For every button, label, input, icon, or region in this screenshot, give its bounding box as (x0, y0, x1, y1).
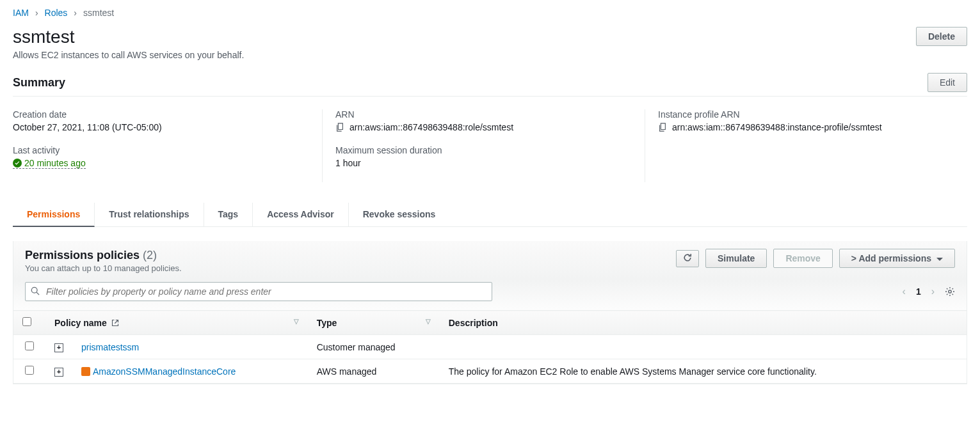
policy-filter-input[interactable] (25, 282, 492, 301)
arn-value: arn:aws:iam::867498639488:role/ssmtest (349, 122, 513, 132)
page-prev[interactable]: ‹ (903, 286, 906, 297)
policy-type: Customer managed (308, 335, 440, 359)
copy-icon[interactable] (658, 123, 667, 132)
edit-button[interactable]: Edit (928, 73, 967, 92)
arn-label: ARN (335, 109, 619, 120)
creation-date-label: Creation date (13, 109, 296, 120)
external-link-icon (111, 319, 119, 327)
breadcrumb-current: ssmtest (83, 8, 114, 18)
instance-profile-label: Instance profile ARN (658, 109, 942, 120)
table-row: + prismatestssm Customer managed (13, 335, 967, 359)
tabs: Permissions Trust relationships Tags Acc… (13, 203, 967, 227)
col-description[interactable]: Description (440, 311, 967, 335)
refresh-icon (683, 253, 692, 262)
last-activity-label: Last activity (13, 145, 296, 155)
tab-tags[interactable]: Tags (204, 203, 253, 226)
row-checkbox[interactable] (25, 366, 34, 375)
caret-down-icon (936, 258, 943, 261)
summary-heading: Summary (13, 76, 65, 90)
settings-icon[interactable] (945, 286, 955, 297)
sort-icon: ▽ (294, 318, 299, 325)
policies-subtitle: You can attach up to 10 managed policies… (25, 263, 182, 273)
policy-link[interactable]: prismatestssm (81, 342, 139, 352)
policy-type: AWS managed (308, 359, 440, 384)
refresh-button[interactable] (676, 250, 699, 267)
policy-link[interactable]: AmazonSSMManagedInstanceCore (93, 366, 236, 377)
svg-line-2 (36, 292, 39, 295)
expand-button[interactable]: + (54, 343, 63, 352)
breadcrumb-roles[interactable]: Roles (45, 8, 68, 18)
table-row: + AmazonSSMManagedInstanceCore AWS manag… (13, 359, 967, 384)
aws-policy-icon (81, 367, 90, 376)
add-permissions-button[interactable]: > Add permissions (839, 249, 955, 268)
page-title: ssmtest (13, 27, 74, 47)
copy-icon[interactable] (335, 123, 344, 132)
page-number: 1 (916, 286, 921, 297)
search-icon (31, 286, 40, 295)
max-session-value: 1 hour (335, 158, 619, 168)
col-policy-name[interactable]: Policy name ▽ (45, 311, 308, 335)
breadcrumb-iam[interactable]: IAM (13, 8, 29, 18)
role-description: Allows EC2 instances to call AWS service… (13, 50, 967, 60)
policy-desc: The policy for Amazon EC2 Role to enable… (440, 359, 967, 384)
breadcrumb: IAM › Roles › ssmtest (13, 8, 967, 18)
remove-button[interactable]: Remove (773, 249, 832, 268)
svg-point-3 (949, 290, 951, 293)
col-type[interactable]: Type▽ (308, 311, 440, 335)
max-session-label: Maximum session duration (335, 145, 619, 155)
instance-profile-value: arn:aws:iam::867498639488:instance-profi… (672, 122, 882, 132)
permissions-policies-panel: Permissions policies (2) You can attach … (13, 241, 967, 384)
last-activity-value: 20 minutes ago (13, 158, 86, 169)
tab-access-advisor[interactable]: Access Advisor (253, 203, 349, 226)
expand-button[interactable]: + (54, 368, 63, 377)
page-next[interactable]: › (931, 286, 935, 297)
policy-desc (440, 335, 967, 359)
tab-revoke-sessions[interactable]: Revoke sessions (349, 203, 450, 226)
simulate-button[interactable]: Simulate (705, 249, 767, 268)
chevron-right-icon: › (74, 8, 77, 18)
sort-icon: ▽ (426, 318, 431, 325)
policies-title: Permissions policies (2) (25, 249, 182, 262)
policies-table: Policy name ▽ Type▽ Description + prisma… (13, 310, 967, 384)
select-all-checkbox[interactable] (22, 317, 31, 326)
chevron-right-icon: › (35, 8, 38, 18)
svg-point-1 (31, 287, 37, 293)
tab-trust-relationships[interactable]: Trust relationships (95, 203, 204, 226)
creation-date-value: October 27, 2021, 11:08 (UTC-05:00) (13, 122, 296, 132)
tab-permissions[interactable]: Permissions (13, 203, 95, 227)
summary-grid: Creation date October 27, 2021, 11:08 (U… (13, 99, 967, 190)
delete-button[interactable]: Delete (916, 27, 967, 46)
row-checkbox[interactable] (25, 341, 34, 350)
check-circle-icon (13, 159, 22, 168)
